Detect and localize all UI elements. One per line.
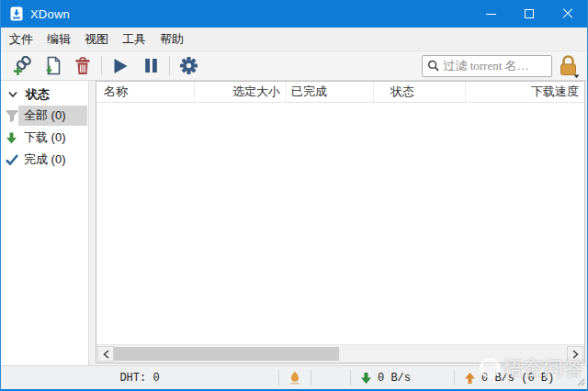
maximize-button[interactable] — [510, 0, 548, 28]
delete-icon — [74, 56, 92, 75]
close-button[interactable] — [548, 0, 587, 28]
check-icon — [6, 154, 18, 165]
column-header-size[interactable]: 选定大小 — [195, 82, 287, 102]
minimize-button[interactable] — [471, 0, 510, 28]
pause-icon — [142, 57, 160, 74]
menu-tools[interactable]: 工具 — [117, 28, 152, 50]
chevron-down-icon — [8, 91, 17, 98]
table-header: 名称 选定大小 已完成 状态 下载速度 — [96, 82, 584, 103]
statusbar: DHT: 0 0 B/s 0 B/s (0 B) — [1, 365, 587, 389]
flame-icon — [289, 371, 300, 385]
minimize-icon — [486, 14, 496, 15]
download-speed-text: 0 B/s — [378, 372, 411, 385]
close-icon — [562, 8, 573, 19]
start-button[interactable] — [107, 53, 134, 78]
filter-icon — [6, 110, 18, 122]
search-icon — [427, 59, 439, 73]
delete-button[interactable] — [69, 53, 96, 78]
sidebar-item-downloading[interactable]: 下载 (0) — [1, 128, 88, 148]
toolbar-separator — [101, 56, 102, 76]
sidebar-item-label: 下载 (0) — [18, 128, 87, 148]
lock-icon — [558, 54, 580, 78]
sidebar-group-status[interactable]: 状态 — [1, 85, 88, 104]
column-header-done[interactable]: 已完成 — [287, 82, 374, 102]
dht-status: DHT: 0 — [119, 372, 159, 385]
app-icon — [9, 6, 24, 21]
upload-speed-text: 0 B/s (0 B) — [481, 372, 554, 385]
add-link-button[interactable] — [8, 53, 36, 78]
download-table: 名称 选定大小 已完成 状态 下载速度 — [96, 81, 585, 363]
sidebar: 状态 全部 (0) 下载 (0) 完成 (0) — [1, 81, 89, 365]
maximize-icon — [525, 9, 534, 18]
menu-help[interactable]: 帮助 — [154, 28, 189, 50]
window-title: XDown — [30, 7, 70, 21]
chevron-right-icon — [572, 350, 579, 359]
up-speed-icon — [464, 372, 476, 385]
settings-icon — [179, 56, 198, 75]
scroll-right-button[interactable] — [567, 346, 583, 362]
menubar: 文件 编辑 视图 工具 帮助 — [1, 28, 587, 50]
add-link-icon — [13, 56, 32, 75]
sidebar-item-completed[interactable]: 完成 (0) — [1, 150, 88, 170]
scrollbar-thumb[interactable] — [114, 347, 339, 361]
down-speed-icon — [360, 372, 372, 385]
titlebar[interactable]: XDown — [1, 0, 587, 28]
horizontal-scrollbar[interactable] — [96, 344, 584, 363]
toolbar — [1, 50, 587, 81]
sidebar-item-all[interactable]: 全部 (0) — [1, 106, 88, 126]
lock-button[interactable] — [558, 54, 580, 78]
column-header-status[interactable]: 状态 — [374, 82, 466, 102]
main-area: 状态 全部 (0) 下载 (0) 完成 (0) — [1, 81, 587, 365]
sidebar-item-label: 完成 (0) — [18, 150, 87, 170]
sidebar-group-label: 状态 — [26, 86, 50, 103]
menu-view[interactable]: 视图 — [79, 28, 114, 50]
column-header-name[interactable]: 名称 — [96, 82, 195, 102]
play-icon — [111, 57, 130, 75]
column-header-speed[interactable]: 下载速度 — [466, 82, 584, 102]
toolbar-separator — [169, 56, 170, 76]
chevron-left-icon — [103, 350, 109, 359]
resize-grip[interactable] — [574, 375, 585, 386]
menu-file[interactable]: 文件 — [4, 28, 39, 50]
settings-button[interactable] — [175, 53, 202, 78]
filter-searchbox[interactable] — [422, 55, 552, 77]
add-file-icon — [43, 56, 62, 75]
menu-edit[interactable]: 编辑 — [41, 28, 76, 50]
pause-button[interactable] — [137, 53, 164, 78]
xdown-window: XDown 文件 编辑 视图 工具 帮助 — [0, 0, 588, 391]
statusbar-empty-segment — [311, 366, 350, 389]
sidebar-item-label: 全部 (0) — [18, 106, 87, 126]
download-arrow-icon — [6, 132, 17, 144]
scroll-left-button[interactable] — [97, 346, 114, 362]
table-body-empty[interactable] — [96, 103, 584, 344]
add-torrent-file-button[interactable] — [39, 53, 66, 78]
search-input[interactable] — [439, 59, 548, 73]
